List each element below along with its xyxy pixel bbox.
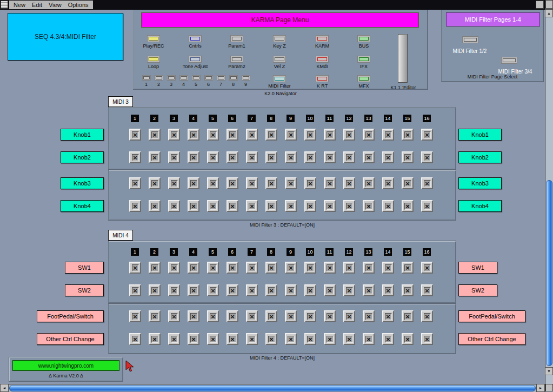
editor-slider[interactable] xyxy=(398,34,408,83)
midi-filter-checkbox[interactable]: × xyxy=(207,333,219,345)
midi-filter-checkbox[interactable]: × xyxy=(402,284,414,296)
row-label-knob4-right[interactable]: Knob4 xyxy=(458,200,502,212)
midi-filter-checkbox[interactable]: × xyxy=(402,200,414,212)
website-link[interactable]: www.nightwingpro.com xyxy=(12,360,119,371)
midi-filter-checkbox[interactable]: × xyxy=(363,310,375,322)
midi-filter-checkbox[interactable]: × xyxy=(343,284,355,296)
midi-filter-checkbox[interactable]: × xyxy=(168,200,180,212)
midi-filter-checkbox[interactable]: × xyxy=(304,284,316,296)
midi-filter-checkbox[interactable]: × xyxy=(421,262,433,274)
midi-filter-checkbox[interactable]: × xyxy=(402,310,414,322)
nav-number-button-4[interactable]: 4 xyxy=(177,75,190,87)
midi-filter-checkbox[interactable]: × xyxy=(343,333,355,345)
midi-filter-checkbox[interactable]: × xyxy=(207,310,219,322)
row-label-sw2-left[interactable]: SW2 xyxy=(65,284,104,296)
midi-filter-checkbox[interactable]: × xyxy=(402,262,414,274)
midi-filter-checkbox[interactable]: × xyxy=(304,151,316,163)
scroll-down-arrow[interactable]: ▼ xyxy=(545,367,553,375)
nav-button-karm[interactable]: KARM xyxy=(302,35,343,49)
midi-filter-checkbox[interactable]: × xyxy=(285,200,297,212)
midi-filter-checkbox[interactable]: × xyxy=(402,177,414,189)
nav-button-play-rec[interactable]: Play/REC xyxy=(133,35,174,49)
midi-filter-checkbox[interactable]: × xyxy=(226,151,238,163)
midi-filter-checkbox[interactable]: × xyxy=(285,310,297,322)
row-label-footpedal-switch-left[interactable]: FootPedal/Switch xyxy=(37,310,104,322)
midi-filter-checkbox[interactable]: × xyxy=(343,177,355,189)
midi-filter-checkbox[interactable]: × xyxy=(343,151,355,163)
row-label-sw1-left[interactable]: SW1 xyxy=(65,262,104,274)
midi-filter-checkbox[interactable]: × xyxy=(246,333,258,345)
midi-filter-checkbox[interactable]: × xyxy=(382,310,394,322)
midi-filter-checkbox[interactable]: × xyxy=(226,284,238,296)
nav-button-midi-filter[interactable]: MIDI Filter xyxy=(259,75,300,89)
midi-filter-checkbox[interactable]: × xyxy=(149,200,161,212)
midi-filter-checkbox[interactable]: × xyxy=(149,262,161,274)
midi-filter-checkbox[interactable]: × xyxy=(149,310,161,322)
midi-filter-checkbox[interactable]: × xyxy=(363,129,375,141)
nav-button-param2[interactable]: Param2 xyxy=(216,56,257,69)
midi-filter-checkbox[interactable]: × xyxy=(285,284,297,296)
row-label-knob2-right[interactable]: Knob2 xyxy=(458,151,502,163)
midi-filter-checkbox[interactable]: × xyxy=(382,262,394,274)
midi-filter-checkbox[interactable]: × xyxy=(168,151,180,163)
row-label-knob3-left[interactable]: Knob3 xyxy=(61,177,104,189)
midi-filter-checkbox[interactable]: × xyxy=(324,262,336,274)
nav-number-button-7[interactable]: 7 xyxy=(215,75,227,87)
row-label-other-ctrl-change-right[interactable]: Other Ctrl Change xyxy=(458,333,525,345)
midi-filter-checkbox[interactable]: × xyxy=(168,129,180,141)
midi-filter-checkbox[interactable]: × xyxy=(343,200,355,212)
midi-filter-checkbox[interactable]: × xyxy=(246,177,258,189)
midi-filter-checkbox[interactable]: × xyxy=(129,333,141,345)
scroll-left-arrow[interactable]: ◄ xyxy=(0,384,9,392)
midi-filter-checkbox[interactable]: × xyxy=(304,177,316,189)
midi-filter-checkbox[interactable]: × xyxy=(226,129,238,141)
midi-filter-checkbox[interactable]: × xyxy=(382,333,394,345)
midi-filter-checkbox[interactable]: × xyxy=(246,310,258,322)
midi-filter-checkbox[interactable]: × xyxy=(168,177,180,189)
midi-filter-checkbox[interactable]: × xyxy=(246,284,258,296)
menu-item-options[interactable]: Options xyxy=(68,2,89,8)
midi-filter-checkbox[interactable]: × xyxy=(304,310,316,322)
midi-filter-checkbox[interactable]: × xyxy=(285,262,297,274)
midi-filter-checkbox[interactable]: × xyxy=(324,200,336,212)
midi-filter-checkbox[interactable]: × xyxy=(363,262,375,274)
midi-filter-checkbox[interactable]: × xyxy=(285,333,297,345)
menu-item-new[interactable]: New xyxy=(14,2,25,8)
midi-filter-checkbox[interactable]: × xyxy=(363,177,375,189)
titlebar-right-box[interactable] xyxy=(536,1,544,9)
midi-filter-checkbox[interactable]: × xyxy=(343,129,355,141)
midi-filter-checkbox[interactable]: × xyxy=(265,177,277,189)
window-grip-box[interactable] xyxy=(1,1,8,9)
midi-filter-1-2-label[interactable]: MIDI Filter 1/2 xyxy=(444,48,496,54)
midi-filter-checkbox[interactable]: × xyxy=(168,310,180,322)
midi-filter-checkbox[interactable]: × xyxy=(402,129,414,141)
midi-filter-checkbox[interactable]: × xyxy=(226,200,238,212)
midi-filter-checkbox[interactable]: × xyxy=(265,262,277,274)
midi-filter-checkbox[interactable]: × xyxy=(343,262,355,274)
midi-filter-checkbox[interactable]: × xyxy=(265,129,277,141)
midi-filter-checkbox[interactable]: × xyxy=(421,333,433,345)
nav-number-button-3[interactable]: 3 xyxy=(165,75,177,87)
midi-filter-checkbox[interactable]: × xyxy=(402,333,414,345)
midi-filter-checkbox[interactable]: × xyxy=(382,177,394,189)
horizontal-scroll-thumb[interactable] xyxy=(9,385,536,391)
midi-filter-checkbox[interactable]: × xyxy=(129,129,141,141)
midi-filter-checkbox[interactable]: × xyxy=(207,177,219,189)
nav-button-ifx[interactable]: IFX xyxy=(343,56,384,69)
midi-filter-checkbox[interactable]: × xyxy=(226,262,238,274)
midi-filter-checkbox[interactable]: × xyxy=(188,333,199,345)
nav-button-cntrls[interactable]: Cntrls xyxy=(175,35,216,49)
vertical-scroll-thumb[interactable] xyxy=(546,180,552,366)
midi-filter-checkbox[interactable]: × xyxy=(382,151,394,163)
midi-filter-checkbox[interactable]: × xyxy=(265,284,277,296)
midi-filter-checkbox[interactable]: × xyxy=(382,129,394,141)
nav-number-button-9[interactable]: 9 xyxy=(239,75,252,87)
midi-filter-checkbox[interactable]: × xyxy=(168,333,180,345)
midi-filter-checkbox[interactable]: × xyxy=(226,310,238,322)
nav-number-button-6[interactable]: 6 xyxy=(202,75,215,87)
midi-filter-checkbox[interactable]: × xyxy=(207,284,219,296)
midi-filter-checkbox[interactable]: × xyxy=(421,129,433,141)
midi-filter-checkbox[interactable]: × xyxy=(285,151,297,163)
midi-filter-checkbox[interactable]: × xyxy=(421,310,433,322)
midi-filter-checkbox[interactable]: × xyxy=(285,177,297,189)
